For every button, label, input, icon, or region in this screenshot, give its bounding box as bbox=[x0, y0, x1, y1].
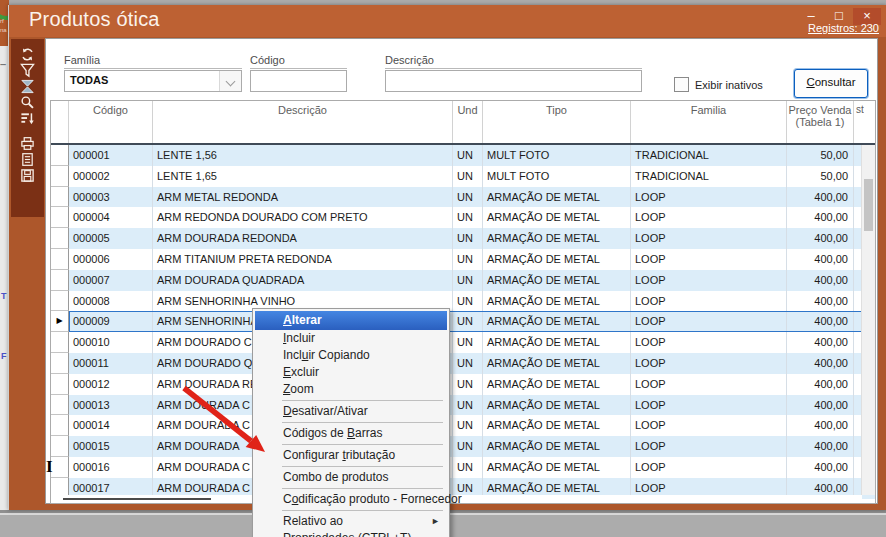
cancel-query-icon bbox=[20, 79, 35, 94]
row-selector[interactable] bbox=[51, 374, 69, 395]
cell-descricao: ARM REDONDA DOURADO COM PRETO bbox=[153, 207, 453, 228]
cell-familia: LOOP bbox=[631, 291, 787, 312]
table-row[interactable]: 000011ARM DOURADO QUUNARMAÇÃO DE METALLO… bbox=[51, 353, 875, 374]
menu-item-c-digos-de-barras[interactable]: Códigos de Barras bbox=[255, 425, 447, 442]
header-tipo[interactable]: Tipo bbox=[483, 101, 631, 143]
table-row[interactable]: 000013ARM DOURADA C PUNARMAÇÃO DE METALL… bbox=[51, 395, 875, 416]
consultar-button[interactable]: Consultar bbox=[794, 69, 868, 98]
row-selector[interactable] bbox=[51, 145, 69, 166]
menu-item-desativar-ativar[interactable]: Desativar/Ativar bbox=[255, 403, 447, 420]
table-row[interactable]: 000007ARM DOURADA QUADRADAUNARMAÇÃO DE M… bbox=[51, 270, 875, 291]
zoom-button[interactable] bbox=[19, 95, 36, 110]
menu-item-codifica-o-produto-fornecedor[interactable]: Codificação produto - Fornecedor bbox=[255, 491, 447, 508]
table-row[interactable]: 000012ARM DOURADA REIUNARMAÇÃO DE METALL… bbox=[51, 374, 875, 395]
filter-button[interactable] bbox=[19, 63, 36, 78]
row-selector[interactable] bbox=[51, 270, 69, 291]
save-button[interactable] bbox=[19, 168, 36, 183]
row-selector[interactable] bbox=[51, 228, 69, 249]
familia-combobox[interactable]: TODAS bbox=[64, 70, 242, 92]
report-button[interactable] bbox=[19, 152, 36, 167]
descricao-label: Descrição bbox=[385, 54, 642, 69]
vertical-scrollbar[interactable] bbox=[861, 145, 875, 495]
row-selector[interactable] bbox=[51, 291, 69, 312]
row-selector[interactable] bbox=[51, 457, 69, 478]
table-row[interactable]: 000004ARM REDONDA DOURADO COM PRETOUNARM… bbox=[51, 207, 875, 228]
menu-item-zoom[interactable]: Zoom bbox=[255, 381, 447, 398]
row-selector[interactable] bbox=[51, 415, 69, 436]
cell-codigo: 000003 bbox=[69, 187, 153, 208]
header-codigo[interactable]: Código bbox=[69, 101, 153, 143]
header-partial[interactable]: st bbox=[854, 101, 864, 143]
table-row[interactable]: 000015ARM DOURADAUNARMAÇÃO DE METALLOOP4… bbox=[51, 436, 875, 457]
cell-descricao: ARM DOURADA QUADRADA bbox=[153, 270, 453, 291]
header-und[interactable]: Und bbox=[453, 101, 483, 143]
cell-codigo: 000004 bbox=[69, 207, 153, 228]
menu-item-alterar[interactable]: Alterar bbox=[255, 311, 447, 330]
menu-item-excluir[interactable]: Excluir bbox=[255, 364, 447, 381]
row-selector[interactable] bbox=[51, 436, 69, 457]
table-row[interactable]: 000005ARM DOURADA REDONDAUNARMAÇÃO DE ME… bbox=[51, 228, 875, 249]
codigo-input[interactable] bbox=[250, 70, 347, 92]
cancel-query-button[interactable] bbox=[19, 79, 36, 94]
menu-item-configurar-tributa-o[interactable]: Configurar tributação bbox=[255, 447, 447, 464]
table-row[interactable]: ▶000009ARM SENHORINHAUNARMAÇÃO DE METALL… bbox=[51, 311, 875, 332]
checkbox-icon[interactable] bbox=[674, 77, 689, 92]
cell-familia: TRADICIONAL bbox=[631, 166, 787, 187]
row-selector[interactable] bbox=[51, 187, 69, 208]
window-title: Produtos ótica bbox=[29, 8, 160, 31]
descricao-filter: Descrição bbox=[385, 54, 642, 92]
row-selector[interactable] bbox=[51, 332, 69, 353]
menu-item-incluir[interactable]: Incluir bbox=[255, 330, 447, 347]
cell-codigo: 000009 bbox=[69, 311, 153, 332]
print-button[interactable] bbox=[19, 136, 36, 151]
menu-item-relativo-ao[interactable]: Relativo ao► bbox=[255, 513, 447, 530]
familia-label: Família bbox=[64, 54, 242, 69]
familia-value: TODAS bbox=[70, 74, 108, 86]
chevron-down-icon bbox=[226, 77, 236, 87]
descricao-input[interactable] bbox=[385, 70, 642, 92]
row-selector[interactable] bbox=[51, 166, 69, 187]
cell-familia: LOOP bbox=[631, 187, 787, 208]
exibir-inativos-label: Exibir inativos bbox=[695, 79, 763, 91]
table-row[interactable]: 000014ARM DOURADA C EUNARMAÇÃO DE METALL… bbox=[51, 415, 875, 436]
row-selector[interactable] bbox=[51, 353, 69, 374]
menu-item-combo-de-produtos[interactable]: Combo de produtos bbox=[255, 469, 447, 486]
sort-button[interactable] bbox=[19, 111, 36, 126]
refresh-button[interactable] bbox=[19, 47, 36, 62]
table-row[interactable]: 000010ARM DOURADO C PUNARMAÇÃO DE METALL… bbox=[51, 332, 875, 353]
menu-item-incluir-copiando[interactable]: Incluir Copiando bbox=[255, 347, 447, 364]
row-selector[interactable] bbox=[51, 395, 69, 416]
row-selector[interactable]: ▶ bbox=[51, 311, 69, 332]
menu-item-propriedades-ctrl-t[interactable]: Propriedades (CTRL+T) bbox=[255, 530, 447, 537]
table-row[interactable]: 000002LENTE 1,65UNMULT FOTOTRADICIONAL50… bbox=[51, 166, 875, 187]
header-descricao[interactable]: Descrição bbox=[153, 101, 453, 143]
products-grid: Código Descrição Und Tipo Familia Preço … bbox=[50, 100, 876, 504]
left-toolbar bbox=[11, 39, 44, 217]
row-selector[interactable] bbox=[51, 249, 69, 270]
cell-preco: 400,00 bbox=[787, 353, 854, 374]
registros-link[interactable]: Registros: 230 bbox=[808, 22, 879, 34]
cell-codigo: 000001 bbox=[69, 145, 153, 166]
cell-familia: LOOP bbox=[631, 207, 787, 228]
cell-preco: 400,00 bbox=[787, 395, 854, 416]
familia-dropdown-button[interactable] bbox=[219, 71, 241, 91]
menu-separator bbox=[282, 400, 443, 401]
table-row[interactable]: 000003ARM METAL REDONDAUNARMAÇÃO DE META… bbox=[51, 187, 875, 208]
table-row[interactable]: 000001LENTE 1,56UNMULT FOTOTRADICIONAL50… bbox=[51, 145, 875, 166]
cell-tipo: ARMAÇÃO DE METAL bbox=[483, 436, 631, 457]
grid-rows: 000001LENTE 1,56UNMULT FOTOTRADICIONAL50… bbox=[51, 145, 875, 499]
cell-und: UN bbox=[453, 332, 483, 353]
table-row[interactable]: 000008ARM SENHORINHA VINHOUNARMAÇÃO DE M… bbox=[51, 291, 875, 312]
horizontal-scrollbar-thumb[interactable] bbox=[63, 498, 211, 500]
table-row[interactable]: 000016ARM DOURADA C DUNARMAÇÃO DE METALL… bbox=[51, 457, 875, 478]
cell-familia: LOOP bbox=[631, 374, 787, 395]
table-row[interactable]: 000006ARM TITANIUM PRETA REDONDAUNARMAÇÃ… bbox=[51, 249, 875, 270]
exibir-inativos-checkbox-group[interactable]: Exibir inativos bbox=[674, 77, 763, 92]
row-selector[interactable] bbox=[51, 207, 69, 228]
header-preco[interactable]: Preço Venda (Tabela 1) bbox=[787, 101, 854, 143]
vertical-scrollbar-thumb[interactable] bbox=[864, 179, 873, 231]
cell-codigo: 000006 bbox=[69, 249, 153, 270]
cell-familia: LOOP bbox=[631, 415, 787, 436]
cell-und: UN bbox=[453, 311, 483, 332]
header-familia[interactable]: Familia bbox=[631, 101, 787, 143]
